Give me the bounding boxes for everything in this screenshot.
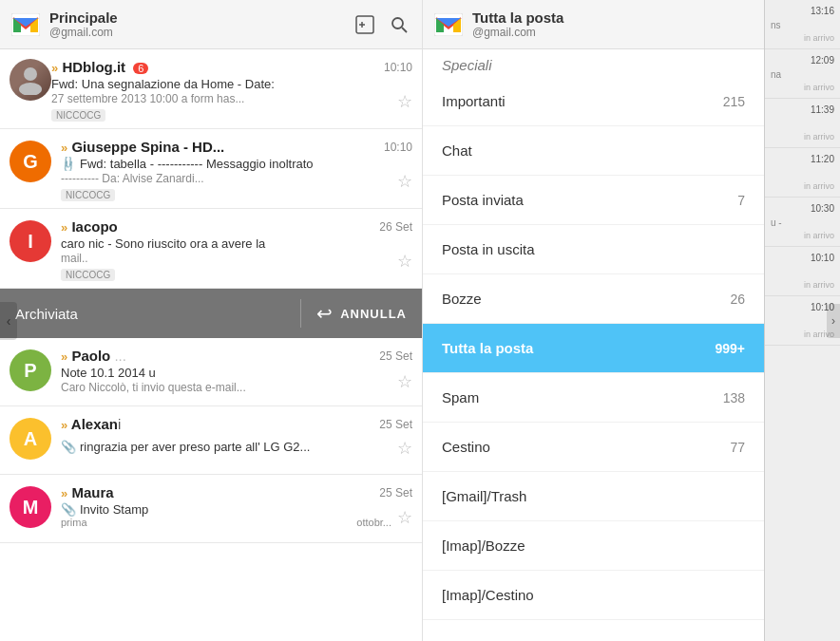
menu-item-cestino[interactable]: Cestino 77 <box>423 423 764 472</box>
strip-label: in arrivo <box>771 280 834 290</box>
email-tag: NICCOCG <box>61 189 115 201</box>
avatar: G <box>10 141 51 182</box>
menu-item-tutta-la-posta[interactable]: Tutta la posta 999+ <box>423 324 764 373</box>
email-list: » HDblog.it 6 10:10 Fwd: Una segnalazion… <box>0 49 422 641</box>
menu-item-count: 999+ <box>715 341 745 356</box>
email-row1: » Maura 25 Set <box>61 484 412 500</box>
email-item[interactable]: P » Paolo ... 25 Set Note 10.1 2014 u Ca… <box>0 338 422 406</box>
star-icon[interactable]: ☆ <box>397 507 412 528</box>
menu-item-count: 77 <box>730 440 745 455</box>
email-subject: caro nic - Sono riuscito ora a avere la <box>61 236 365 251</box>
menu-item-imap-bozze[interactable]: [Imap]/Bozze <box>423 521 764 571</box>
star-icon[interactable]: ☆ <box>397 371 412 392</box>
strip-item[interactable]: 13:16 ns in arrivo <box>765 0 840 49</box>
strip-time: 11:39 <box>771 104 834 115</box>
search-icon[interactable] <box>388 13 410 36</box>
avatar: I <box>10 220 51 262</box>
left-header-title: Principale @gmail.com <box>49 9 344 39</box>
strip-item[interactable]: 10:30 u - in arrivo <box>765 198 840 247</box>
menu-item-label: Cestino <box>442 439 730 455</box>
menu-item-spam[interactable]: Spam 138 <box>423 373 764 423</box>
left-panel: Principale @gmail.com <box>0 0 423 641</box>
strip-item[interactable]: 11:39 in arrivo <box>765 99 840 148</box>
strip-time: 12:09 <box>771 55 834 66</box>
email-subject: 📎 Fwd: tabella - ----------- Messaggio i… <box>61 157 365 171</box>
menu-item-label: Chat <box>442 142 745 159</box>
star-icon[interactable]: ☆ <box>397 251 412 272</box>
menu-item-imap-cestino[interactable]: [Imap]/Cestino <box>423 571 764 620</box>
right-account-email: @gmail.com <box>472 26 753 39</box>
menu-item-bozze[interactable]: Bozze 26 <box>423 274 764 324</box>
email-preview: Caro Niccolò, ti invio questa e-mail... <box>61 381 384 394</box>
email-sender: » Paolo ... <box>61 348 126 364</box>
email-content: » Giuseppe Spina - HD... 10:10 📎 Fwd: ta… <box>61 139 412 202</box>
forward-icon: » <box>61 220 67 235</box>
email-row2: Note 10.1 2014 u Caro Niccolò, ti invio … <box>61 366 412 394</box>
svg-point-4 <box>392 18 403 28</box>
star-icon[interactable]: ☆ <box>397 91 412 112</box>
email-content: » Alexani 25 Set 📎 ringrazia per aver pr… <box>61 416 412 459</box>
menu-item-label: [Gmail]/Trash <box>442 488 745 504</box>
menu-item-gmail-trash[interactable]: [Gmail]/Trash <box>423 472 764 521</box>
svg-line-5 <box>402 28 407 32</box>
strip-item[interactable]: 11:20 in arrivo <box>765 148 840 198</box>
attachment-icon: 📎 <box>61 157 79 171</box>
email-item[interactable]: I » Iacopo 26 Set caro nic - Sono riusci… <box>0 209 422 289</box>
left-account-email: @gmail.com <box>49 26 344 39</box>
archive-notification-bar: Archiviata ↩ ANNULLA <box>0 289 422 338</box>
left-header: Principale @gmail.com <box>0 0 422 49</box>
forward-icon: » <box>61 486 67 500</box>
email-item[interactable]: M » Maura 25 Set 📎 Invito Stamp <box>0 475 422 543</box>
strip-time: 11:20 <box>771 154 834 164</box>
menu-item-label: Tutta la posta <box>442 340 715 356</box>
email-preview: ---------- Da: Alvise Zanardi... <box>61 172 384 185</box>
email-sender: » Alexani <box>61 416 121 432</box>
email-sender: » Maura <box>61 484 114 500</box>
menu-item-importanti[interactable]: Importanti 215 <box>423 77 764 126</box>
menu-item-count: 138 <box>723 390 745 405</box>
menu-item-posta-inviata[interactable]: Posta inviata 7 <box>423 176 764 225</box>
header-action-icons <box>353 13 410 36</box>
strip-text: ns <box>771 20 834 30</box>
strip-label: in arrivo <box>771 83 834 92</box>
strip-time: 10:10 <box>771 302 834 312</box>
divider <box>300 299 301 328</box>
email-row1: » Iacopo 26 Set <box>61 218 412 235</box>
email-time: 25 Set <box>379 486 412 500</box>
compose-icon[interactable] <box>353 13 376 36</box>
undo-button[interactable]: ↩ ANNULLA <box>316 302 407 325</box>
email-time: 25 Set <box>379 418 412 431</box>
email-subject: Fwd: Una segnalazione da Home - Date: <box>51 77 355 91</box>
menu-item-label: Bozze <box>442 291 730 307</box>
email-row1: » Giuseppe Spina - HD... 10:10 <box>61 139 412 155</box>
left-nav-chevron[interactable]: ‹ <box>0 302 17 340</box>
left-folder-name: Principale <box>49 9 344 26</box>
undo-icon: ↩ <box>316 302 333 325</box>
strip-text: na <box>771 69 834 80</box>
right-nav-chevron[interactable]: › <box>827 304 840 338</box>
email-sender: » Giuseppe Spina - HD... <box>61 139 224 155</box>
star-icon[interactable]: ☆ <box>397 171 412 192</box>
email-item[interactable]: G » Giuseppe Spina - HD... 10:10 📎 <box>0 129 422 209</box>
email-row2: 📎 Invito Stamp prima ottobr... ☆ <box>61 502 412 528</box>
email-item[interactable]: » HDblog.it 6 10:10 Fwd: Una segnalazion… <box>0 49 422 129</box>
forward-icon: » <box>51 61 58 75</box>
email-item[interactable]: A » Alexani 25 Set 📎 ringrazia <box>0 406 422 475</box>
email-time: 10:10 <box>384 141 412 154</box>
menu-item-chat[interactable]: Chat <box>423 126 764 176</box>
email-row2: caro nic - Sono riuscito ora a avere la … <box>61 236 412 282</box>
forward-icon: » <box>61 141 67 155</box>
strip-item[interactable]: 12:09 na in arrivo <box>765 49 840 99</box>
email-time: 26 Set <box>379 220 412 234</box>
email-content: » Iacopo 26 Set caro nic - Sono riuscito… <box>61 218 412 282</box>
email-preview: mail.. <box>61 252 384 265</box>
right-header-title: Tutta la posta @gmail.com <box>472 9 753 39</box>
email-row2: 📎 Fwd: tabella - ----------- Messaggio i… <box>61 157 412 202</box>
email-subject: Note 10.1 2014 u <box>61 366 365 380</box>
strip-item[interactable]: 10:10 in arrivo <box>765 247 840 296</box>
email-sender: » Iacopo <box>61 218 118 235</box>
menu-item-posta-in-uscita[interactable]: Posta in uscita <box>423 225 764 274</box>
forward-icon: » <box>61 349 67 364</box>
star-icon[interactable]: ☆ <box>397 438 412 459</box>
email-row2: 📎 ringrazia per aver preso parte all' LG… <box>61 434 412 459</box>
